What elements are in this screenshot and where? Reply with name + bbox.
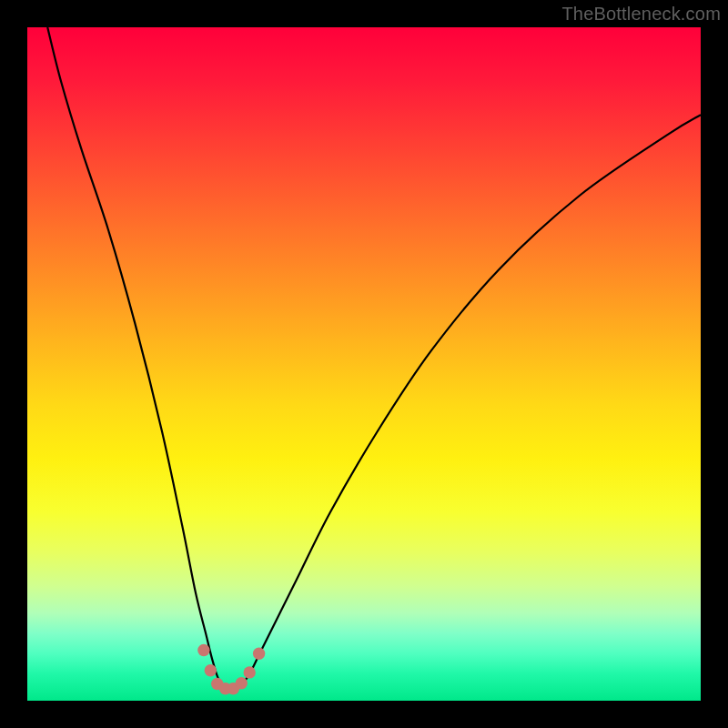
marker-dot	[197, 644, 209, 656]
curve-layer	[27, 27, 701, 701]
marker-dot	[244, 666, 256, 678]
marker-dot	[236, 677, 248, 689]
bottleneck-curve	[47, 27, 701, 691]
marker-dot	[253, 648, 265, 660]
marker-dot	[205, 664, 217, 676]
watermark-text: TheBottleneck.com	[561, 4, 721, 25]
plot-area	[27, 27, 701, 701]
chart-frame: TheBottleneck.com	[0, 0, 728, 728]
curve-markers	[197, 644, 265, 695]
